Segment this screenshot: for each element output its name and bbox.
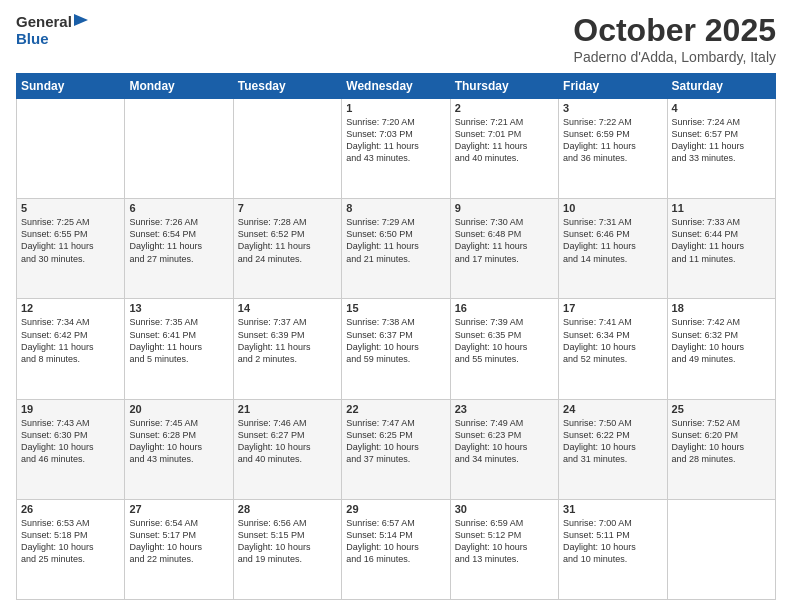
table-row: 25Sunrise: 7:52 AM Sunset: 6:20 PM Dayli… [667,399,775,499]
table-row: 8Sunrise: 7:29 AM Sunset: 6:50 PM Daylig… [342,199,450,299]
day-number: 19 [21,403,120,415]
day-info: Sunrise: 7:43 AM Sunset: 6:30 PM Dayligh… [21,417,120,466]
day-info: Sunrise: 7:00 AM Sunset: 5:11 PM Dayligh… [563,517,662,566]
table-row: 11Sunrise: 7:33 AM Sunset: 6:44 PM Dayli… [667,199,775,299]
logo: General Blue [16,12,88,47]
day-info: Sunrise: 7:26 AM Sunset: 6:54 PM Dayligh… [129,216,228,265]
table-row: 24Sunrise: 7:50 AM Sunset: 6:22 PM Dayli… [559,399,667,499]
calendar-week-row: 1Sunrise: 7:20 AM Sunset: 7:03 PM Daylig… [17,99,776,199]
day-number: 12 [21,302,120,314]
day-info: Sunrise: 7:49 AM Sunset: 6:23 PM Dayligh… [455,417,554,466]
table-row: 12Sunrise: 7:34 AM Sunset: 6:42 PM Dayli… [17,299,125,399]
table-row: 20Sunrise: 7:45 AM Sunset: 6:28 PM Dayli… [125,399,233,499]
day-info: Sunrise: 7:22 AM Sunset: 6:59 PM Dayligh… [563,116,662,165]
col-tuesday: Tuesday [233,74,341,99]
table-row: 26Sunrise: 6:53 AM Sunset: 5:18 PM Dayli… [17,499,125,599]
day-info: Sunrise: 6:56 AM Sunset: 5:15 PM Dayligh… [238,517,337,566]
table-row [667,499,775,599]
table-row: 6Sunrise: 7:26 AM Sunset: 6:54 PM Daylig… [125,199,233,299]
day-number: 6 [129,202,228,214]
day-info: Sunrise: 7:29 AM Sunset: 6:50 PM Dayligh… [346,216,445,265]
day-number: 17 [563,302,662,314]
day-number: 3 [563,102,662,114]
day-number: 27 [129,503,228,515]
day-info: Sunrise: 7:50 AM Sunset: 6:22 PM Dayligh… [563,417,662,466]
day-number: 30 [455,503,554,515]
day-info: Sunrise: 7:47 AM Sunset: 6:25 PM Dayligh… [346,417,445,466]
col-monday: Monday [125,74,233,99]
logo-flag-icon [74,12,88,30]
table-row: 9Sunrise: 7:30 AM Sunset: 6:48 PM Daylig… [450,199,558,299]
day-number: 20 [129,403,228,415]
day-number: 16 [455,302,554,314]
table-row [125,99,233,199]
day-info: Sunrise: 7:33 AM Sunset: 6:44 PM Dayligh… [672,216,771,265]
day-number: 11 [672,202,771,214]
table-row: 17Sunrise: 7:41 AM Sunset: 6:34 PM Dayli… [559,299,667,399]
calendar-week-row: 12Sunrise: 7:34 AM Sunset: 6:42 PM Dayli… [17,299,776,399]
day-number: 9 [455,202,554,214]
col-thursday: Thursday [450,74,558,99]
day-number: 21 [238,403,337,415]
title-block: October 2025 Paderno d'Adda, Lombardy, I… [573,12,776,65]
col-sunday: Sunday [17,74,125,99]
table-row: 30Sunrise: 6:59 AM Sunset: 5:12 PM Dayli… [450,499,558,599]
day-info: Sunrise: 6:54 AM Sunset: 5:17 PM Dayligh… [129,517,228,566]
day-number: 1 [346,102,445,114]
col-wednesday: Wednesday [342,74,450,99]
day-number: 25 [672,403,771,415]
table-row [17,99,125,199]
day-number: 10 [563,202,662,214]
table-row: 29Sunrise: 6:57 AM Sunset: 5:14 PM Dayli… [342,499,450,599]
location: Paderno d'Adda, Lombardy, Italy [573,49,776,65]
day-info: Sunrise: 7:46 AM Sunset: 6:27 PM Dayligh… [238,417,337,466]
day-number: 2 [455,102,554,114]
day-number: 14 [238,302,337,314]
table-row: 28Sunrise: 6:56 AM Sunset: 5:15 PM Dayli… [233,499,341,599]
table-row: 1Sunrise: 7:20 AM Sunset: 7:03 PM Daylig… [342,99,450,199]
col-saturday: Saturday [667,74,775,99]
day-number: 13 [129,302,228,314]
table-row: 15Sunrise: 7:38 AM Sunset: 6:37 PM Dayli… [342,299,450,399]
col-friday: Friday [559,74,667,99]
table-row [233,99,341,199]
day-info: Sunrise: 7:38 AM Sunset: 6:37 PM Dayligh… [346,316,445,365]
table-row: 31Sunrise: 7:00 AM Sunset: 5:11 PM Dayli… [559,499,667,599]
day-info: Sunrise: 7:45 AM Sunset: 6:28 PM Dayligh… [129,417,228,466]
table-row: 14Sunrise: 7:37 AM Sunset: 6:39 PM Dayli… [233,299,341,399]
table-row: 4Sunrise: 7:24 AM Sunset: 6:57 PM Daylig… [667,99,775,199]
table-row: 7Sunrise: 7:28 AM Sunset: 6:52 PM Daylig… [233,199,341,299]
table-row: 22Sunrise: 7:47 AM Sunset: 6:25 PM Dayli… [342,399,450,499]
table-row: 5Sunrise: 7:25 AM Sunset: 6:55 PM Daylig… [17,199,125,299]
logo-blue-text: Blue [16,30,49,47]
day-info: Sunrise: 7:37 AM Sunset: 6:39 PM Dayligh… [238,316,337,365]
month-title: October 2025 [573,12,776,49]
logo-general-text: General [16,13,72,30]
table-row: 10Sunrise: 7:31 AM Sunset: 6:46 PM Dayli… [559,199,667,299]
day-number: 22 [346,403,445,415]
day-info: Sunrise: 6:57 AM Sunset: 5:14 PM Dayligh… [346,517,445,566]
day-number: 5 [21,202,120,214]
day-number: 24 [563,403,662,415]
day-number: 26 [21,503,120,515]
day-number: 31 [563,503,662,515]
day-info: Sunrise: 7:28 AM Sunset: 6:52 PM Dayligh… [238,216,337,265]
day-info: Sunrise: 7:34 AM Sunset: 6:42 PM Dayligh… [21,316,120,365]
table-row: 16Sunrise: 7:39 AM Sunset: 6:35 PM Dayli… [450,299,558,399]
day-number: 29 [346,503,445,515]
day-number: 28 [238,503,337,515]
day-info: Sunrise: 7:25 AM Sunset: 6:55 PM Dayligh… [21,216,120,265]
calendar-table: Sunday Monday Tuesday Wednesday Thursday… [16,73,776,600]
calendar-week-row: 5Sunrise: 7:25 AM Sunset: 6:55 PM Daylig… [17,199,776,299]
day-info: Sunrise: 7:20 AM Sunset: 7:03 PM Dayligh… [346,116,445,165]
table-row: 13Sunrise: 7:35 AM Sunset: 6:41 PM Dayli… [125,299,233,399]
day-number: 15 [346,302,445,314]
calendar-page: General Blue October 2025 Paderno d'Adda… [0,0,792,612]
day-info: Sunrise: 7:42 AM Sunset: 6:32 PM Dayligh… [672,316,771,365]
day-info: Sunrise: 7:30 AM Sunset: 6:48 PM Dayligh… [455,216,554,265]
svg-marker-0 [74,14,88,26]
table-row: 2Sunrise: 7:21 AM Sunset: 7:01 PM Daylig… [450,99,558,199]
table-row: 21Sunrise: 7:46 AM Sunset: 6:27 PM Dayli… [233,399,341,499]
calendar-week-row: 26Sunrise: 6:53 AM Sunset: 5:18 PM Dayli… [17,499,776,599]
day-info: Sunrise: 7:41 AM Sunset: 6:34 PM Dayligh… [563,316,662,365]
